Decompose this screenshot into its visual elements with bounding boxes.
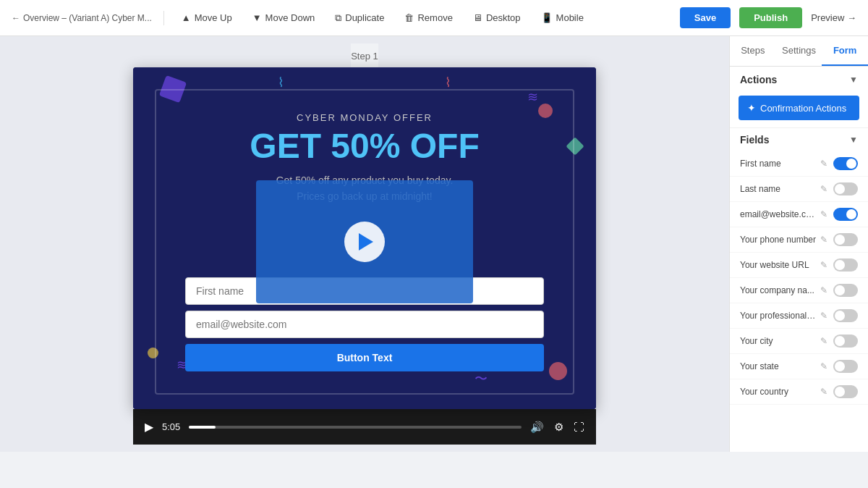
video-progress-bar[interactable] [189,426,522,429]
field-label-state: Your state [740,361,816,371]
tab-steps[interactable]: Steps [730,36,776,66]
field-edit-lastname[interactable]: ✎ [820,184,827,194]
move-up-button[interactable]: ▲ Move Up [176,9,238,26]
field-edit-company[interactable]: ✎ [820,285,827,295]
move-down-icon: ▼ [252,12,262,23]
video-overlay[interactable] [256,180,473,303]
popup-container[interactable]: ≋ ≋ 〜 ⌇ ⌇ CYBER MONDAY OFFER GET 50% OFF… [133,67,596,409]
duplicate-button[interactable]: ⧉ Duplicate [329,9,390,27]
back-button[interactable]: Overview – (Variant A) Cyber M... [12,13,152,23]
video-controls: 🔊 ⚙ ⛶ [530,421,584,434]
field-edit-professional[interactable]: ✎ [820,311,827,321]
field-edit-country[interactable]: ✎ [820,387,827,397]
main-layout: Step 1 ≋ ≋ 〜 ⌇ ⌇ CYBER MONDAY OFFER GET … [0,36,868,452]
video-play-button[interactable]: ▶ [145,420,153,434]
fields-header[interactable]: Fields ▼ [730,127,868,151]
field-toggle-state[interactable] [833,360,858,373]
video-progress-fill [189,426,216,429]
confirmation-icon: ✦ [747,102,756,114]
popup-subtitle: CYBER MONDAY OFFER [185,112,544,123]
field-label-country: Your country [740,387,816,397]
actions-section: Actions ▼ ✦ Confirmation Actions [730,67,868,127]
field-edit-phone[interactable]: ✎ [820,235,827,245]
field-toggle-country[interactable] [833,385,858,398]
settings-icon[interactable]: ⚙ [554,421,563,434]
toolbar: Overview – (Variant A) Cyber M... ▲ Move… [0,0,868,36]
field-label-lastname: Last name [740,184,816,194]
field-row-country: Your country ✎ [730,379,868,405]
field-row-state: Your state ✎ [730,354,868,379]
tab-bar: Steps Settings Form [730,36,868,67]
field-edit-email[interactable]: ✎ [820,209,827,219]
field-label-professional: Your professional ... [740,311,816,321]
tab-settings[interactable]: Settings [776,36,822,66]
volume-icon[interactable]: 🔊 [530,421,544,434]
field-row-email: email@website.com ✎ [730,202,868,227]
remove-button[interactable]: 🗑 Remove [399,9,458,26]
duplicate-icon: ⧉ [335,12,341,24]
play-button[interactable] [344,222,385,262]
popup-background: ≋ ≋ 〜 ⌇ ⌇ CYBER MONDAY OFFER GET 50% OFF… [133,67,596,409]
confirmation-actions-button[interactable]: ✦ Confirmation Actions [739,96,859,120]
video-time: 5:05 [162,421,180,432]
decor-zigzag-4: ⌇ [278,75,284,91]
submit-button[interactable]: Button Text [185,344,544,371]
actions-chevron: ▼ [849,75,858,85]
field-label-website: Your website URL [740,260,816,270]
field-label-phone: Your phone number [740,235,816,245]
remove-icon: 🗑 [404,12,414,23]
field-row-firstname: First name ✎ [730,151,868,177]
fields-chevron: ▼ [849,135,858,145]
field-toggle-phone[interactable] [833,233,858,246]
desktop-button[interactable]: 🖥 Desktop [467,9,527,26]
popup-title: GET 50% OFF [185,129,544,164]
field-label-firstname: First name [740,159,816,169]
field-row-lastname: Last name ✎ [730,177,868,202]
field-row-city: Your city ✎ [730,329,868,354]
actions-title: Actions [740,74,777,85]
fields-title: Fields [740,134,769,146]
field-edit-city[interactable]: ✎ [820,336,827,346]
tab-form[interactable]: Form [822,36,868,66]
field-edit-website[interactable]: ✎ [820,260,827,270]
field-edit-state[interactable]: ✎ [820,361,827,371]
field-row-company: Your company na... ✎ [730,278,868,303]
email-input[interactable] [185,311,544,338]
mobile-button[interactable]: 📱 Mobile [535,9,590,26]
field-toggle-lastname[interactable] [833,182,858,195]
mobile-icon: 📱 [541,12,553,23]
field-toggle-email[interactable] [833,208,858,221]
preview-button[interactable]: Preview → [811,12,856,23]
field-toggle-professional[interactable] [833,309,858,322]
video-bar: ▶ 5:05 🔊 ⚙ ⛶ [133,409,596,445]
move-up-icon: ▲ [182,12,191,23]
save-button[interactable]: Save [680,7,731,28]
move-down-button[interactable]: ▼ Move Down [247,9,321,26]
field-row-phone: Your phone number ✎ [730,227,868,253]
field-row-professional: Your professional ... ✎ [730,303,868,329]
field-label-email: email@website.com [740,209,816,219]
field-label-city: Your city [740,336,816,346]
step-label: Step 1 [351,43,378,67]
decor-zigzag-5: ⌇ [445,75,451,91]
right-panel: Steps Settings Form Actions ▼ ✦ Confirma… [729,36,868,452]
popup-inner: CYBER MONDAY OFFER GET 50% OFF Get 50% o… [155,89,574,395]
actions-header[interactable]: Actions ▼ [730,67,868,93]
toolbar-divider [163,11,164,25]
canvas-area: Step 1 ≋ ≋ 〜 ⌇ ⌇ CYBER MONDAY OFFER GET … [0,36,729,452]
publish-button[interactable]: Publish [739,7,802,28]
field-toggle-firstname[interactable] [833,157,858,170]
field-row-website: Your website URL ✎ [730,253,868,278]
field-toggle-city[interactable] [833,335,858,348]
field-toggle-company[interactable] [833,284,858,297]
fullscreen-icon[interactable]: ⛶ [574,421,584,433]
field-edit-firstname[interactable]: ✎ [820,159,827,169]
desktop-icon: 🖥 [473,12,482,23]
fields-list: First name ✎ Last name ✎ email@website.c… [730,151,868,452]
field-toggle-website[interactable] [833,258,858,272]
field-label-company: Your company na... [740,285,816,295]
